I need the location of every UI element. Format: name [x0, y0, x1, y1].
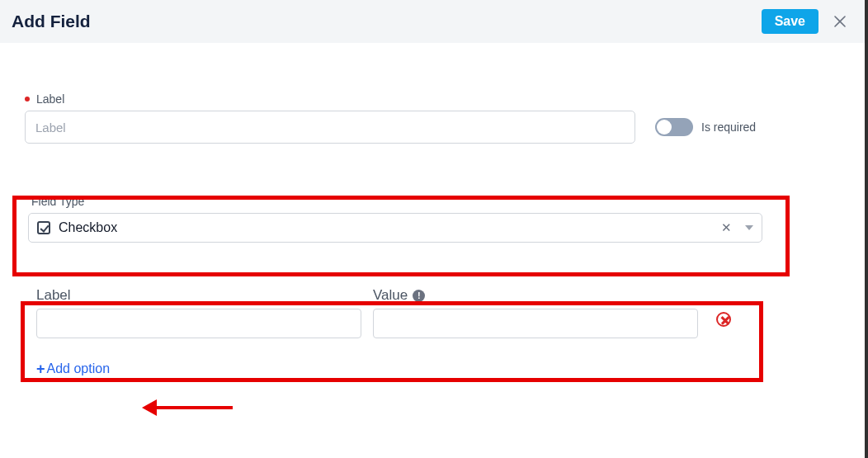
delete-icon — [716, 312, 731, 327]
modal-header: Add Field Save — [0, 0, 865, 43]
is-required-toggle-wrap: Is required — [655, 118, 756, 136]
label-input[interactable] — [25, 111, 635, 144]
field-type-selected-text: Checkbox — [59, 220, 718, 235]
required-indicator-icon — [25, 97, 30, 102]
field-type-heading: Field Type — [31, 195, 840, 208]
field-type-select[interactable]: Checkbox ✕ — [28, 213, 762, 243]
annotation-arrow-line — [153, 406, 233, 409]
modal-body: Label Is required Field Type Checkbox ✕ — [0, 43, 865, 376]
is-required-label: Is required — [701, 120, 756, 134]
plus-icon: + — [36, 361, 45, 376]
toggle-knob-icon — [657, 120, 672, 135]
annotation-arrow — [142, 399, 233, 416]
add-option-button[interactable]: + Add option — [36, 361, 110, 376]
option-label-column: Label — [36, 287, 361, 338]
option-label-input[interactable] — [36, 309, 361, 338]
modal-title: Add Field — [12, 12, 762, 31]
option-row: Label Value ! — [36, 287, 754, 338]
field-type-section: Field Type Checkbox ✕ — [25, 195, 840, 243]
option-value-input[interactable] — [373, 309, 698, 338]
chevron-down-icon[interactable] — [745, 225, 753, 230]
field-type-clear-button[interactable]: ✕ — [718, 220, 735, 235]
close-icon — [834, 16, 846, 27]
info-icon[interactable]: ! — [413, 290, 425, 302]
checkbox-icon — [37, 221, 50, 234]
label-heading: Label — [25, 92, 840, 106]
modal-add-field: Add Field Save Label Is required Field T… — [0, 0, 868, 458]
delete-option-button[interactable] — [716, 312, 731, 329]
option-label-heading: Label — [36, 287, 361, 304]
label-heading-text: Label — [36, 92, 64, 106]
option-value-column: Value ! — [373, 287, 698, 338]
label-row: Is required — [25, 111, 840, 144]
option-value-heading: Value ! — [373, 287, 698, 304]
is-required-toggle[interactable] — [655, 118, 693, 136]
add-option-label: Add option — [47, 361, 111, 376]
annotation-arrow-head-icon — [142, 399, 157, 416]
save-button[interactable]: Save — [762, 9, 818, 34]
option-value-heading-text: Value — [373, 287, 408, 304]
close-button[interactable] — [827, 8, 853, 35]
